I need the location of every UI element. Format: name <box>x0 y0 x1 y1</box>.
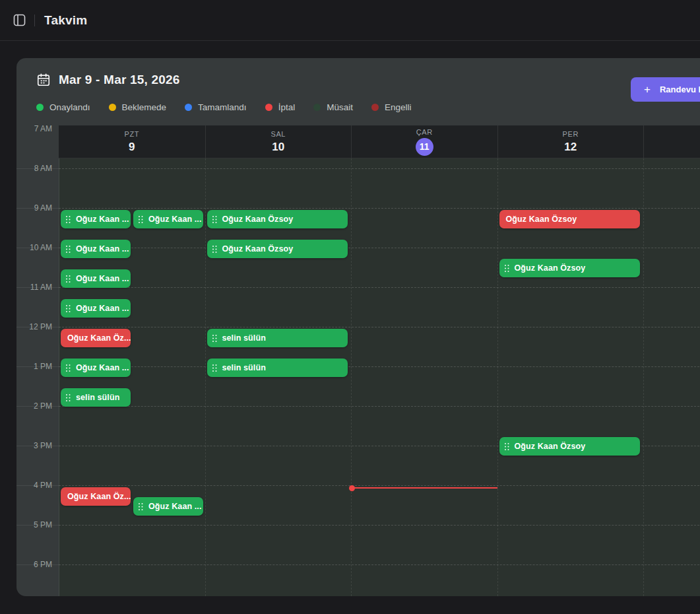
event-chip[interactable]: selin sülün <box>207 358 348 377</box>
event-chip[interactable]: Oğuz Kaan Öz... <box>61 487 131 506</box>
event-label: selin sülün <box>76 393 119 402</box>
legend-item-engelli: Engelli <box>371 102 412 112</box>
time-label: 11 AM <box>16 282 52 292</box>
event-chip[interactable]: Oğuz Kaan Özsoy <box>499 259 641 277</box>
time-label: 7 AM <box>16 125 52 134</box>
app-root: { "topbar": { "title": "Takvim" }, "head… <box>0 0 700 614</box>
day-header-çar[interactable]: ÇAR11 <box>351 125 497 158</box>
topbar: Takvim <box>0 0 700 41</box>
hour-gridline <box>59 168 700 169</box>
day-header-sal[interactable]: SAL10 <box>205 125 352 158</box>
hour-gridline <box>59 287 700 288</box>
drag-handle-icon[interactable] <box>212 216 217 223</box>
add-appointment-label: Randevu Ekle <box>660 85 700 94</box>
time-label: 4 PM <box>16 480 52 491</box>
day-number: 10 <box>272 141 284 154</box>
event-label: Oğuz Kaan ... <box>76 244 129 254</box>
event-chip[interactable]: Oğuz Kaan Özsoy <box>499 437 641 456</box>
calendar-header: Mar 9 - Mar 15, 2026 OnaylandıBeklemedeT… <box>16 58 700 125</box>
drag-handle-icon[interactable] <box>66 305 71 312</box>
event-label: Oğuz Kaan ... <box>148 215 201 224</box>
drag-handle-icon[interactable] <box>66 364 71 372</box>
event-chip[interactable]: Oğuz Kaan ... <box>61 269 131 288</box>
event-chip[interactable]: selin sülün <box>61 388 131 407</box>
drag-handle-icon[interactable] <box>66 246 71 253</box>
day-header-pzt[interactable]: PZT9 <box>59 125 205 158</box>
hour-gridline <box>59 327 700 327</box>
date-range-title: Mar 9 - Mar 15, 2026 <box>59 73 180 87</box>
event-chip[interactable]: Oğuz Kaan ... <box>61 240 131 258</box>
drag-handle-icon[interactable] <box>66 394 71 401</box>
drag-handle-icon[interactable] <box>66 275 71 283</box>
legend-item-onaylandı: Onaylandı <box>36 102 90 112</box>
drag-handle-icon[interactable] <box>505 443 509 450</box>
day-name: ÇAR <box>416 128 433 137</box>
calendar-icon <box>36 73 51 87</box>
column-gridline <box>351 158 352 596</box>
drag-handle-icon[interactable] <box>139 216 143 223</box>
event-chip[interactable]: Oğuz Kaan ... <box>61 358 131 377</box>
time-label: 10 AM <box>16 242 52 253</box>
event-label: Oğuz Kaan Öz... <box>67 492 131 501</box>
legend-label: Müsait <box>327 102 353 112</box>
drag-handle-icon[interactable] <box>212 364 217 372</box>
column-gridline <box>643 158 644 596</box>
panel-left-icon <box>13 14 26 26</box>
column-gridline <box>205 158 206 596</box>
week-grid-body[interactable] <box>59 125 700 596</box>
event-chip[interactable]: Oğuz Kaan ... <box>133 497 203 516</box>
event-label: Oğuz Kaan Özsoy <box>515 263 586 273</box>
legend-label: Engelli <box>385 102 412 112</box>
drag-handle-icon[interactable] <box>212 246 217 253</box>
hour-gridline <box>59 564 700 565</box>
drag-handle-icon[interactable] <box>139 503 143 510</box>
event-chip[interactable]: Oğuz Kaan Özsoy <box>207 210 348 228</box>
event-label: Oğuz Kaan Özsoy <box>222 244 294 254</box>
hour-gridline <box>59 406 700 407</box>
event-label: Oğuz Kaan Özsoy <box>506 215 577 224</box>
day-header-per[interactable]: PER12 <box>497 125 644 158</box>
legend-dot-icon <box>371 104 379 111</box>
time-label: 2 PM <box>16 401 52 411</box>
event-label: Oğuz Kaan Özsoy <box>515 442 586 451</box>
current-time-line <box>352 487 497 489</box>
legend-item-i̇ptal: İptal <box>265 102 296 112</box>
event-label: Oğuz Kaan Öz... <box>67 333 131 343</box>
legend-label: İptal <box>278 102 296 112</box>
legend-item-müsait: Müsait <box>313 102 353 112</box>
today-date-badge: 11 <box>416 138 433 156</box>
add-appointment-button[interactable]: + Randevu Ekle <box>631 77 700 102</box>
event-chip[interactable]: Oğuz Kaan Özsoy <box>207 240 348 258</box>
event-chip[interactable]: Oğuz Kaan ... <box>133 210 203 228</box>
event-chip[interactable]: Oğuz Kaan Özsoy <box>499 210 641 228</box>
legend-label: Tamamlandı <box>198 102 247 112</box>
hour-gridline <box>59 366 700 367</box>
event-label: selin sülün <box>222 363 266 372</box>
drag-handle-icon[interactable] <box>212 335 217 342</box>
legend-item-beklemede: Beklemede <box>109 102 167 112</box>
sidebar-toggle-button[interactable] <box>12 13 26 28</box>
event-chip[interactable]: Oğuz Kaan Öz... <box>61 329 131 347</box>
event-chip[interactable]: selin sülün <box>207 329 348 347</box>
hour-gridline <box>59 525 700 526</box>
drag-handle-icon[interactable] <box>505 265 509 272</box>
column-gridline <box>497 158 498 596</box>
legend-item-tamamlandı: Tamamlandı <box>185 102 247 112</box>
day-number: 9 <box>129 141 135 154</box>
time-label: 3 PM <box>16 440 52 451</box>
gutter-separator <box>59 125 59 596</box>
status-legend: OnaylandıBeklemedeTamamlandıİptalMüsaitE… <box>36 102 411 112</box>
legend-dot-icon <box>36 104 44 111</box>
event-label: Oğuz Kaan ... <box>76 363 129 372</box>
event-chip[interactable]: Oğuz Kaan ... <box>61 210 131 228</box>
legend-dot-icon <box>313 104 321 111</box>
event-label: Oğuz Kaan ... <box>148 502 201 511</box>
drag-handle-icon[interactable] <box>66 216 71 223</box>
event-chip[interactable]: Oğuz Kaan ... <box>61 299 131 318</box>
event-label: Oğuz Kaan ... <box>76 215 129 224</box>
day-header-partial[interactable] <box>643 125 700 158</box>
week-grid: 7 AM8 AM9 AM10 AM11 AM12 PM1 PM2 PM3 PM4… <box>16 125 700 596</box>
calendar-card: Mar 9 - Mar 15, 2026 OnaylandıBeklemedeT… <box>16 58 700 596</box>
hour-gridline <box>59 485 700 486</box>
time-label: 12 PM <box>16 322 52 332</box>
